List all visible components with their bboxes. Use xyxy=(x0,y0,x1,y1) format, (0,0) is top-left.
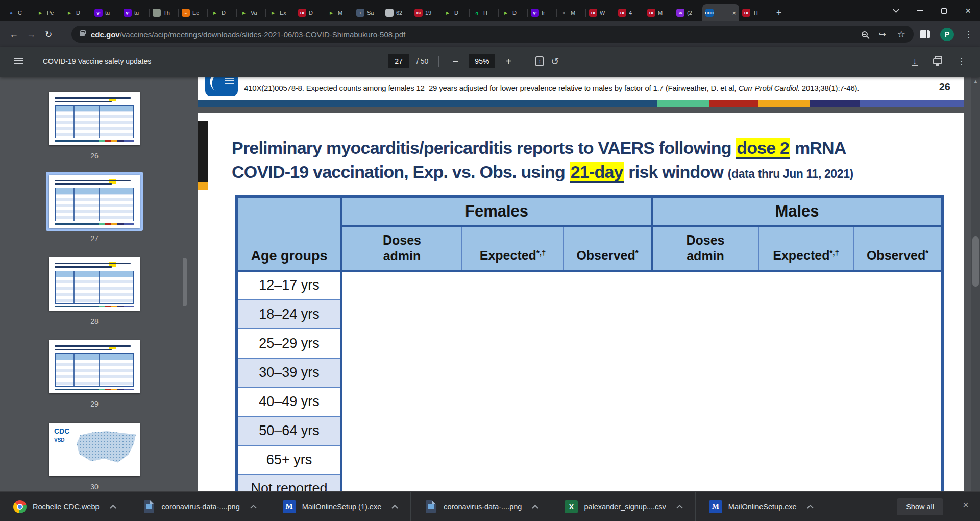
thumb-color-strip xyxy=(55,389,134,390)
browser-tab[interactable]: y! tu × xyxy=(91,4,120,21)
zoom-in-button[interactable]: + xyxy=(502,56,514,67)
thumbnail-slot: 27 xyxy=(46,172,143,246)
group-header-males: Males xyxy=(652,197,943,226)
browser-menu-icon[interactable] xyxy=(964,29,973,40)
tab-favicon: CDC xyxy=(705,9,714,17)
back-button[interactable] xyxy=(5,26,22,43)
tab-search-icon[interactable] xyxy=(884,0,908,21)
age-group-cell: 30–39 yrs xyxy=(236,358,341,387)
browser-tab[interactable]: ▶ D × xyxy=(440,4,470,21)
close-window-icon[interactable] xyxy=(956,0,980,21)
minimize-icon[interactable] xyxy=(908,0,932,21)
close-downloads-bar-icon[interactable] xyxy=(963,499,969,511)
browser-tab[interactable]: BI M × xyxy=(644,4,673,21)
tab-title: D xyxy=(76,10,88,16)
browser-tab[interactable]: g H × xyxy=(470,4,499,21)
tab-title: C xyxy=(18,10,30,16)
maximize-icon[interactable] xyxy=(932,0,956,21)
share-icon[interactable] xyxy=(879,29,886,40)
browser-tab[interactable]: ▶ Va × xyxy=(237,4,266,21)
sidebar-scrollbar[interactable] xyxy=(183,258,187,306)
download-chevron-icon[interactable] xyxy=(532,505,539,511)
page-number-input[interactable]: 27 xyxy=(388,54,409,68)
document-scrollbar[interactable] xyxy=(971,77,980,491)
browser-tab[interactable]: » M × xyxy=(557,4,586,21)
browser-tab[interactable]: ✉ (2 × xyxy=(673,4,702,21)
lock-icon[interactable] xyxy=(80,32,85,36)
download-file-name: Rochelle CDC.webp xyxy=(33,503,100,511)
browser-tab[interactable]: y! tu × xyxy=(120,4,150,21)
rotate-icon[interactable] xyxy=(551,56,559,67)
browser-tab-strip: A C × ▶ Pe × ▶ D × y! tu xyxy=(0,0,980,21)
tab-title: tu xyxy=(134,10,146,16)
zoom-page-icon[interactable] xyxy=(862,31,868,37)
tab-favicon: A xyxy=(7,9,15,17)
download-chevron-icon[interactable] xyxy=(391,505,398,511)
thumbnail-slot: 26 xyxy=(46,89,143,163)
download-item[interactable]: M MailOnlineSetup (1).exe xyxy=(270,492,411,521)
download-chevron-icon[interactable] xyxy=(110,505,116,511)
tab-favicon: ▶ xyxy=(65,9,74,17)
browser-tab[interactable]: BI D × xyxy=(295,4,324,21)
browser-tab[interactable]: BI W × xyxy=(586,4,615,21)
scroll-up-icon[interactable] xyxy=(971,79,980,84)
print-icon[interactable] xyxy=(933,58,942,64)
page-thumbnail[interactable] xyxy=(49,92,140,145)
tab-favicon: BI xyxy=(742,9,750,17)
tab-favicon: y! xyxy=(124,9,132,17)
thumb-title-bars xyxy=(55,262,134,269)
col-header-age-groups: Age groups xyxy=(236,197,341,271)
new-tab-button[interactable]: + xyxy=(772,6,786,19)
tab-favicon: BI xyxy=(589,9,597,17)
browser-tab[interactable]: CDC × xyxy=(702,4,739,21)
page-thumbnail[interactable] xyxy=(49,175,140,228)
forward-button[interactable] xyxy=(22,26,40,43)
reload-button[interactable] xyxy=(40,26,57,43)
profile-avatar[interactable]: P xyxy=(940,28,954,41)
browser-tab[interactable]: 62 × xyxy=(382,4,411,21)
browser-tab[interactable]: ▶ D × xyxy=(208,4,237,21)
tab-favicon: BI xyxy=(647,9,655,17)
browser-tab[interactable]: BI TI × xyxy=(739,4,768,21)
thumb-color-strip xyxy=(55,140,134,142)
browser-tab[interactable]: ▶ Ex × xyxy=(266,4,295,21)
zoom-level[interactable]: 95% xyxy=(469,54,495,68)
pdf-menu-more-icon[interactable] xyxy=(957,56,966,67)
page-26-bottom: 410X(21)00578-8. Expected counts among f… xyxy=(198,77,964,100)
browser-tab[interactable]: ≡ Ec × xyxy=(179,4,208,21)
side-panel-icon[interactable] xyxy=(920,30,930,38)
page-thumbnail[interactable]: CDC VSD xyxy=(49,423,140,476)
show-all-downloads-button[interactable]: Show all xyxy=(897,498,943,515)
browser-tab[interactable]: BI 4 × xyxy=(615,4,644,21)
browser-tab[interactable]: ▶ D × xyxy=(499,4,528,21)
browser-tab[interactable]: ▶ M × xyxy=(324,4,353,21)
download-icon[interactable] xyxy=(912,57,918,66)
download-chevron-icon[interactable] xyxy=(250,505,257,511)
download-item[interactable]: coronavirus-data-....png xyxy=(129,492,270,521)
scrollbar-thumb[interactable] xyxy=(972,236,979,287)
strip-segment xyxy=(758,100,810,107)
page-thumbnail[interactable] xyxy=(49,340,140,393)
download-item[interactable]: X palexander_signup....csv xyxy=(551,492,695,521)
browser-tab[interactable]: A C × xyxy=(4,4,33,21)
tab-close-icon[interactable]: × xyxy=(732,10,736,16)
download-item[interactable]: Rochelle CDC.webp xyxy=(0,492,129,521)
fit-page-icon[interactable] xyxy=(535,56,544,66)
browser-tab[interactable]: y! fr × xyxy=(528,4,557,21)
download-item[interactable]: M MailOnlineSetup.exe xyxy=(696,492,826,521)
download-item[interactable]: coronavirus-data-....png xyxy=(411,492,551,521)
browser-tab[interactable]: Th × xyxy=(150,4,179,21)
thumbnail-page-number: 29 xyxy=(90,396,99,412)
bookmark-star-icon[interactable] xyxy=(897,29,905,40)
url-bar[interactable]: cdc.gov/vaccines/acip/meetings/downloads… xyxy=(71,26,914,43)
browser-tab[interactable]: ▶ Pe × xyxy=(33,4,62,21)
download-chevron-icon[interactable] xyxy=(676,505,683,511)
pdf-menu-icon[interactable] xyxy=(14,58,23,64)
download-chevron-icon[interactable] xyxy=(807,505,814,511)
page-thumbnail[interactable] xyxy=(49,257,140,311)
browser-tab[interactable]: ▶ D × xyxy=(62,4,91,21)
zoom-out-button[interactable]: − xyxy=(449,56,461,67)
tab-title: W xyxy=(600,10,612,16)
browser-tab[interactable]: › Sa × xyxy=(353,4,382,21)
browser-tab[interactable]: BI 19 × xyxy=(411,4,440,21)
